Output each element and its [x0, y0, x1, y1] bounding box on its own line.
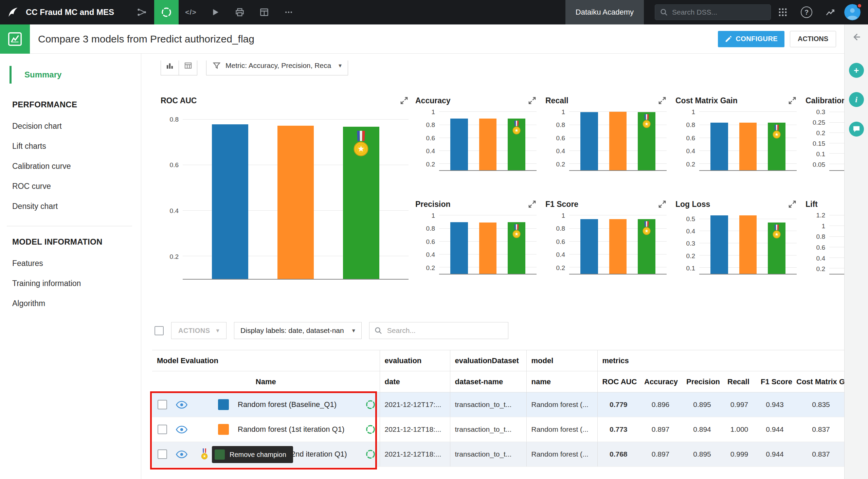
dataiku-logo[interactable]	[0, 0, 26, 24]
champion-swatch-hover	[215, 449, 225, 460]
expand-icon[interactable]	[788, 96, 797, 105]
code-icon[interactable]: </>	[179, 0, 203, 24]
configure-button[interactable]: CONFIGURE	[718, 31, 784, 47]
refresh-icon[interactable]	[365, 449, 376, 459]
y-axis: 0.20.40.60.81	[415, 212, 439, 274]
sidebar-item-decision-chart[interactable]: Decision chart	[0, 116, 141, 136]
column-header-accuracy[interactable]: Accuracy	[639, 371, 682, 392]
column-header-precision[interactable]: Precision	[682, 371, 723, 392]
expand-icon[interactable]	[528, 96, 537, 105]
column-header-roc-auc[interactable]: ROC AUC	[597, 371, 639, 392]
expand-icon[interactable]	[788, 200, 797, 209]
table-actions-dropdown[interactable]: ACTIONS ▾	[171, 322, 227, 339]
column-header-date[interactable]: date	[380, 371, 450, 392]
trending-icon[interactable]	[818, 7, 842, 17]
user-avatar[interactable]	[844, 4, 861, 20]
sidebar-item-summary[interactable]: Summary	[10, 66, 141, 84]
pencil-icon	[725, 35, 732, 43]
table-controls: ACTIONS ▾ Display labels: date, dataset-…	[155, 322, 844, 339]
search-dss[interactable]	[655, 4, 771, 20]
table-view-icon[interactable]	[179, 60, 197, 75]
table-search-input[interactable]	[387, 326, 503, 335]
y-tick-label: 0.8	[686, 121, 695, 129]
expand-icon[interactable]	[658, 200, 667, 209]
search-dss-input[interactable]	[672, 8, 766, 16]
y-tick-label: 0.4	[170, 207, 179, 215]
y-tick-label: 0.4	[686, 147, 695, 155]
row-checkbox[interactable]	[158, 425, 167, 434]
refresh-icon[interactable]	[365, 400, 376, 410]
bar-f1-score-0	[580, 219, 598, 274]
eye-icon[interactable]	[176, 450, 187, 458]
y-tick-label: 0.8	[170, 116, 179, 123]
page-title: Compare 3 models from Predict authorized…	[38, 33, 254, 45]
eye-icon[interactable]	[176, 401, 187, 409]
sidebar-item-roc-curve[interactable]: ROC curve	[0, 176, 141, 196]
select-all-checkbox[interactable]	[155, 326, 164, 335]
back-arrow-icon[interactable]	[851, 32, 862, 42]
bar-roc-auc-2	[343, 127, 379, 279]
eye-icon[interactable]	[176, 426, 187, 433]
column-header-name[interactable]: Name	[152, 371, 380, 392]
group-header-model-evaluation: Model Evaluation	[152, 350, 380, 371]
display-labels-dropdown[interactable]: Display labels: date, dataset-nan ▾	[234, 322, 362, 339]
actions-button[interactable]: ACTIONS	[790, 31, 836, 47]
y-tick-label: 1	[431, 212, 435, 219]
table-search[interactable]	[369, 322, 508, 339]
comment-icon[interactable]	[849, 122, 864, 137]
chart-accuracy: Accuracy0.20.40.60.81	[415, 93, 545, 176]
sidebar-item-training-information[interactable]: Training information	[0, 273, 141, 294]
jobs-icon[interactable]	[228, 0, 252, 24]
sidebar-item-calibration-curve[interactable]: Calibration curve	[0, 156, 141, 176]
y-tick-label: 0.3	[816, 108, 825, 116]
column-header-model-name[interactable]: name	[526, 371, 597, 392]
y-tick-label: 0.8	[556, 121, 565, 129]
sidebar-item-density-chart[interactable]: Density chart	[0, 196, 141, 216]
left-sidebar: Summary PERFORMANCEDecision chartLift ch…	[0, 54, 141, 479]
project-title[interactable]: CC Fraud MC and MES	[26, 0, 114, 24]
remove-champion-tooltip: Remove champion	[212, 446, 293, 463]
row-checkbox[interactable]	[158, 400, 167, 409]
sidebar-item-features[interactable]: Features	[0, 253, 141, 273]
y-tick-label: 0.2	[170, 253, 179, 261]
champion-medal-icon	[351, 131, 370, 158]
bar-chart-view-icon[interactable]	[161, 60, 179, 75]
plot-area	[699, 108, 797, 171]
expand-icon[interactable]	[400, 96, 409, 105]
chart-recall: Recall0.20.40.60.81	[545, 93, 675, 176]
play-icon[interactable]	[203, 0, 228, 24]
column-header-recall[interactable]: Recall	[723, 371, 756, 392]
sidebar-item-algorithm[interactable]: Algorithm	[0, 294, 141, 314]
model-color-swatch	[218, 399, 229, 410]
y-tick-label: 1	[561, 212, 565, 219]
dataiku-academy-label[interactable]: Dataiku Academy	[565, 0, 644, 24]
table-row[interactable]: Random forest (1st iteration Q1)2021-12-…	[152, 417, 844, 442]
charts-toolbar: Metric: Accuracy, Precision, Reca ▾	[150, 60, 844, 85]
cell-metric-1: 0.897	[639, 442, 682, 467]
column-header-cost-matrix-gain[interactable]: Cost Matrix Gain	[794, 371, 844, 392]
expand-icon[interactable]	[528, 200, 537, 209]
dashboard-icon[interactable]	[252, 0, 276, 24]
info-icon[interactable]: i	[849, 92, 864, 107]
visual-analysis-icon[interactable]	[154, 0, 179, 24]
champion-medal-icon	[641, 221, 652, 236]
column-header-f1-score[interactable]: F1 Score	[756, 371, 794, 392]
column-header-dataset-name[interactable]: dataset-name	[450, 371, 526, 392]
right-rail: + i	[844, 24, 868, 479]
flow-icon[interactable]	[130, 0, 154, 24]
y-tick-label: 0.2	[426, 264, 435, 272]
help-icon[interactable]: ?	[795, 6, 818, 18]
sidebar-item-lift-charts[interactable]: Lift charts	[0, 136, 141, 156]
plot-area	[699, 212, 797, 274]
row-checkbox[interactable]	[158, 449, 167, 459]
expand-icon[interactable]	[658, 96, 667, 105]
chart-calibration: Calibration0.050.10.150.20.250.3	[806, 93, 844, 176]
refresh-icon[interactable]	[365, 424, 376, 434]
more-icon[interactable]	[276, 0, 301, 24]
apps-grid-icon[interactable]	[771, 7, 795, 17]
y-tick-label: 0.4	[556, 251, 565, 259]
add-icon[interactable]: +	[849, 63, 864, 78]
champion-medal-slot[interactable]	[198, 448, 211, 460]
table-row[interactable]: Random forest (Baseline_Q1)2021-12-12T17…	[152, 392, 844, 417]
metric-dropdown[interactable]: Metric: Accuracy, Precision, Reca ▾	[206, 60, 348, 75]
